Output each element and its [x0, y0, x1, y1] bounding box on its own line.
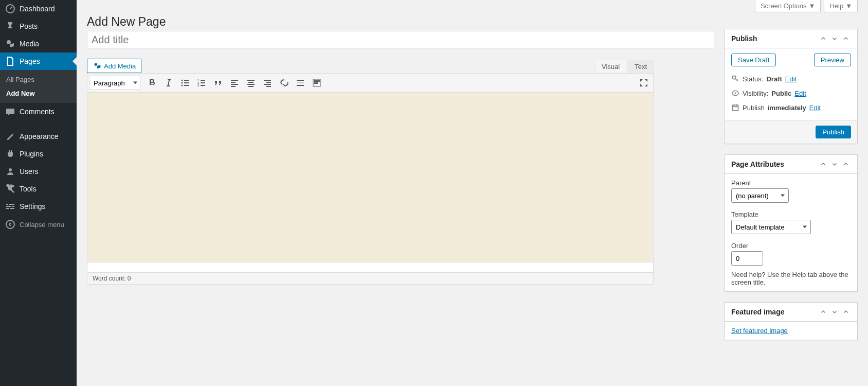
publish-button[interactable]: Publish [816, 126, 851, 138]
svg-rect-19 [231, 84, 238, 85]
add-media-button[interactable]: Add Media [87, 59, 141, 73]
svg-rect-31 [297, 85, 304, 86]
menu-tools[interactable]: Tools [0, 180, 77, 198]
user-icon [5, 166, 15, 177]
align-left-button[interactable] [227, 75, 242, 91]
edit-visibility-link[interactable]: Edit [794, 90, 806, 97]
bold-button[interactable] [144, 75, 160, 91]
svg-rect-12 [201, 80, 205, 81]
preview-button[interactable]: Preview [814, 54, 851, 66]
move-down-button[interactable] [829, 159, 840, 169]
template-label: Template [731, 210, 851, 218]
menu-label: Plugins [20, 150, 43, 158]
order-input[interactable] [731, 251, 763, 266]
read-more-button[interactable] [293, 75, 308, 91]
svg-rect-8 [184, 82, 189, 83]
visual-tab[interactable]: Visual [595, 60, 626, 73]
svg-text:3: 3 [197, 84, 200, 87]
menu-users[interactable]: Users [0, 163, 77, 180]
page-title: Add New Page [87, 10, 714, 31]
publish-box-title: Publish [731, 34, 757, 43]
dashboard-icon [5, 4, 15, 14]
format-select[interactable]: Paragraph [89, 76, 140, 90]
toggle-button[interactable] [841, 159, 851, 169]
order-label: Order [731, 242, 851, 250]
svg-point-3 [6, 220, 14, 229]
screen-options-tab[interactable]: Screen Options ▼ [755, 0, 821, 12]
key-icon [731, 75, 739, 83]
align-right-button[interactable] [260, 75, 275, 91]
move-up-button[interactable] [818, 307, 828, 317]
menu-plugins[interactable]: Plugins [0, 145, 77, 163]
collapse-label: Collapse menu [20, 221, 64, 229]
media-icon [5, 39, 15, 49]
move-up-button[interactable] [818, 33, 828, 44]
svg-rect-17 [231, 80, 238, 81]
edit-status-link[interactable]: Edit [785, 75, 797, 83]
svg-point-1 [7, 40, 11, 44]
content-editor[interactable] [87, 93, 654, 262]
status-value: Draft [766, 75, 782, 83]
menu-comments[interactable]: Comments [0, 103, 77, 120]
toolbar-toggle-button[interactable] [309, 75, 324, 91]
eye-icon [731, 89, 739, 97]
toggle-button[interactable] [841, 33, 851, 44]
svg-rect-18 [231, 82, 236, 83]
svg-rect-33 [314, 80, 316, 82]
parent-select[interactable]: (no parent) [731, 188, 789, 203]
menu-label: Media [20, 40, 39, 48]
menu-label: Posts [20, 22, 38, 30]
svg-rect-36 [314, 82, 316, 84]
menu-label: Dashboard [20, 5, 55, 13]
menu-appearance[interactable]: Appearance [0, 128, 77, 145]
featured-box-title: Featured image [731, 308, 784, 316]
page-attributes-box: Page Attributes Parent (no parent) Templ… [725, 154, 858, 292]
set-featured-image-link[interactable]: Set featured image [731, 327, 788, 335]
save-draft-button[interactable]: Save Draft [731, 54, 776, 66]
edit-publish-link[interactable]: Edit [809, 104, 821, 112]
chevron-down-icon: ▼ [809, 2, 816, 10]
svg-rect-22 [248, 82, 254, 83]
italic-button[interactable] [161, 75, 176, 91]
align-center-button[interactable] [243, 75, 259, 91]
status-bar: Word count: 0 [87, 273, 654, 285]
editor-toolbar: Paragraph 123 [87, 73, 654, 93]
template-select[interactable]: Default template [731, 220, 811, 234]
fullscreen-button[interactable] [636, 75, 652, 91]
submenu-add-new[interactable]: Add New [0, 86, 77, 100]
svg-rect-26 [266, 82, 271, 83]
menu-label: Appearance [20, 132, 59, 141]
svg-point-39 [734, 92, 736, 94]
svg-rect-14 [201, 82, 205, 83]
collapse-menu[interactable]: Collapse menu [0, 215, 77, 234]
attributes-box-title: Page Attributes [731, 160, 784, 168]
menu-dashboard[interactable]: Dashboard [0, 0, 77, 17]
parent-label: Parent [731, 179, 851, 187]
svg-rect-20 [231, 86, 236, 87]
move-up-button[interactable] [818, 159, 828, 169]
toggle-button[interactable] [841, 307, 851, 317]
move-down-button[interactable] [829, 307, 840, 317]
move-down-button[interactable] [829, 33, 840, 44]
numbered-list-button[interactable]: 123 [194, 75, 209, 91]
pages-icon [5, 56, 15, 66]
menu-media[interactable]: Media [0, 35, 77, 52]
svg-point-4 [95, 63, 97, 65]
title-input[interactable] [87, 31, 714, 48]
svg-rect-34 [316, 80, 318, 82]
svg-rect-37 [316, 82, 318, 84]
quote-button[interactable] [210, 75, 226, 91]
bullet-list-button[interactable] [177, 75, 193, 91]
calendar-icon [731, 103, 739, 112]
svg-rect-6 [184, 80, 189, 81]
link-button[interactable] [276, 75, 292, 91]
menu-pages[interactable]: Pages [0, 52, 77, 70]
help-tab[interactable]: Help ▼ [824, 0, 858, 12]
menu-settings[interactable]: Settings [0, 198, 77, 215]
visibility-value: Public [771, 90, 791, 97]
menu-posts[interactable]: Posts [0, 17, 77, 35]
text-tab[interactable]: Text [628, 60, 654, 73]
editor-resize-handle[interactable] [87, 262, 654, 273]
svg-rect-16 [201, 85, 205, 86]
submenu-all-pages[interactable]: All Pages [0, 73, 77, 86]
